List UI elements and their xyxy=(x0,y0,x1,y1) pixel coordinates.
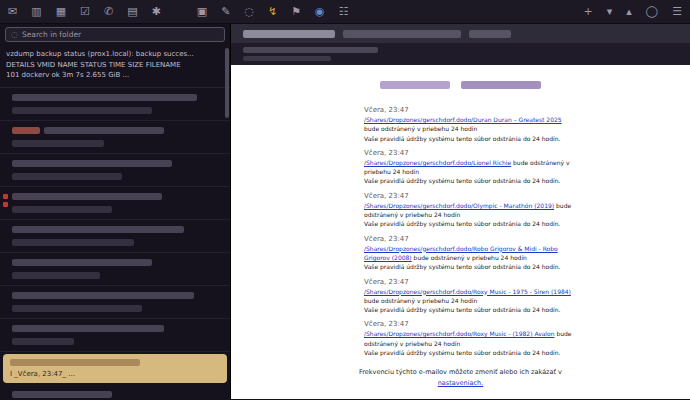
search-icon: ◌ xyxy=(11,31,18,39)
email-footer: Frekvenciu týchto e-mailov môžete zmeniť… xyxy=(231,367,690,389)
chevron-up-icon[interactable]: ▴ xyxy=(626,6,632,17)
file-path-link[interactable]: /Shares/Dropzones/gerschdorf.dodo/Olympi… xyxy=(364,202,554,209)
file-path-link[interactable]: /Shares/Dropzones/gerschdorf.dodo/Roxy M… xyxy=(364,288,571,295)
redacted-text xyxy=(12,338,74,345)
address-book-icon[interactable]: ▥ xyxy=(31,6,41,17)
search-row: ◌ Search in folder xyxy=(0,24,230,45)
toolbar-mid-group: ▣ ✎ ◌ ↯ ⚑ ◉ ☷ xyxy=(197,6,349,17)
notification-note: Vaše pravidlá údržby systému tento súbor… xyxy=(364,219,578,228)
notification-note: Vaše pravidlá údržby systému tento súbor… xyxy=(364,305,578,314)
redacted-text xyxy=(10,359,140,366)
compose-icon[interactable]: ✎ xyxy=(221,6,230,17)
deletion-notification: Včera, 23:47 /Shares/Dropzones/gerschdor… xyxy=(364,320,578,357)
message-preview-line: DETAILS VMID NAME STATUS TIME SIZE FILEN… xyxy=(6,60,224,71)
notification-time: Včera, 23:47 xyxy=(364,320,578,328)
deletion-notification: Včera, 23:47 /Shares/Dropzones/gerschdor… xyxy=(364,235,578,272)
toolbar-left-group: ✉ ▥ ▦ ☑ ✆ ▤ ✱ xyxy=(8,6,161,17)
mail-icon[interactable]: ✉ xyxy=(8,6,17,17)
redacted-text xyxy=(12,160,172,167)
list-item[interactable] xyxy=(0,154,230,187)
redacted-date xyxy=(469,30,511,38)
redacted-text xyxy=(12,305,142,312)
notification-time: Včera, 23:47 xyxy=(364,106,578,114)
search-icon[interactable]: ◌ xyxy=(244,6,254,17)
scrollbar-thumb[interactable] xyxy=(225,48,229,118)
redacted-text xyxy=(12,239,134,246)
chevron-down-icon[interactable]: ▾ xyxy=(607,6,613,17)
redacted-sender-email xyxy=(343,30,461,38)
unread-indicator xyxy=(3,194,8,199)
deletion-notification: Včera, 23:47 /Shares/Dropzones/gerschdor… xyxy=(364,192,578,229)
notification-text: /Shares/Dropzones/gerschdorf.dodo/Lionel… xyxy=(364,158,578,177)
deletion-notification: Včera, 23:47 /Shares/Dropzones/gerschdor… xyxy=(364,149,578,186)
redacted-text xyxy=(12,94,197,101)
pin-icon[interactable]: ⚑ xyxy=(291,6,301,17)
search-placeholder: Search in folder xyxy=(22,30,81,39)
globe-icon[interactable]: ◉ xyxy=(315,6,325,17)
list-item[interactable] xyxy=(0,253,230,286)
lightning-icon[interactable]: ↯ xyxy=(268,6,277,17)
redacted-recipient xyxy=(243,47,378,53)
notification-note: Vaše pravidlá údržby systému tento súbor… xyxy=(364,134,578,143)
unread-indicator xyxy=(3,202,8,207)
redacted-text xyxy=(12,127,40,134)
redacted-text xyxy=(12,173,122,180)
archive-icon[interactable]: ▣ xyxy=(197,6,207,17)
list-item[interactable] xyxy=(0,385,230,400)
notification-text: /Shares/Dropzones/gerschdorf.dodo/Roxy M… xyxy=(364,287,578,306)
message-subject: vzdump backup status (prox1.local): back… xyxy=(6,49,224,60)
file-path-link[interactable]: /Shares/Dropzones/gerschdorf.dodo/Lionel… xyxy=(364,159,511,166)
list-item[interactable] xyxy=(0,220,230,253)
chat-icon[interactable]: ✆ xyxy=(104,6,113,17)
list-item[interactable] xyxy=(0,187,230,220)
notification-time: Včera, 23:47 xyxy=(364,192,578,200)
file-path-link[interactable]: /Shares/Dropzones/gerschdorf.dodo/Duran … xyxy=(364,116,562,123)
redacted-title xyxy=(380,81,450,89)
redacted-sender-name xyxy=(243,30,335,38)
add-icon[interactable]: + xyxy=(584,6,593,17)
redacted-text xyxy=(12,391,112,398)
scrollbar[interactable] xyxy=(225,48,229,396)
toolbar-right-group: + ▾ ▴ ◯ ☰ xyxy=(584,6,682,17)
settings-link[interactable]: nastaveniach. xyxy=(438,379,484,387)
message-body: Včera, 23:47 /Shares/Dropzones/gerschdor… xyxy=(231,65,690,399)
list-item[interactable] xyxy=(0,121,230,154)
redacted-text xyxy=(12,292,194,299)
redacted-text xyxy=(12,193,162,200)
redacted-text xyxy=(12,272,100,279)
list-icon[interactable]: ☷ xyxy=(339,6,349,17)
list-item-backup-status[interactable]: vzdump backup status (prox1.local): back… xyxy=(0,45,230,88)
notification-action: bude odstránený v priebehu 24 hodín xyxy=(364,125,477,132)
record-icon[interactable]: ◯ xyxy=(646,6,658,17)
redacted-text xyxy=(12,325,164,332)
top-toolbar: ✉ ▥ ▦ ☑ ✆ ▤ ✱ ▣ ✎ ◌ ↯ ⚑ ◉ ☷ + ▾ ▴ ◯ ☰ xyxy=(0,0,690,24)
message-list-pane: ◌ Search in folder vzdump backup status … xyxy=(0,24,231,399)
message-title-row xyxy=(231,74,690,93)
message-header-recipient-row xyxy=(231,43,690,65)
list-item[interactable] xyxy=(0,319,230,352)
tasks-icon[interactable]: ☑ xyxy=(80,6,90,17)
notification-text: /Shares/Dropzones/gerschdorf.dodo/Roxy M… xyxy=(364,329,578,348)
list-item[interactable] xyxy=(0,88,230,121)
notification-time: Včera, 23:47 xyxy=(364,235,578,243)
redacted-text xyxy=(12,140,104,147)
deletion-notification: Včera, 23:47 /Shares/Dropzones/gerschdor… xyxy=(364,106,578,143)
redacted-text xyxy=(12,107,152,114)
notification-note: Vaše pravidlá údržby systému tento súbor… xyxy=(364,348,578,357)
list-item-selected[interactable]: I _Včera, 23:47_ ... xyxy=(3,354,227,383)
menu-icon[interactable]: ☰ xyxy=(672,6,682,17)
notification-action: bude odstránený v priebehu 24 hodín xyxy=(364,297,477,304)
notification-text: /Shares/Dropzones/gerschdorf.dodo/Robo G… xyxy=(364,244,578,263)
settings-icon[interactable]: ✱ xyxy=(152,6,161,17)
notification-time: Včera, 23:47 xyxy=(364,278,578,286)
list-item[interactable] xyxy=(0,286,230,319)
deletion-notification: Včera, 23:47 /Shares/Dropzones/gerschdor… xyxy=(364,278,578,315)
folder-icon[interactable]: ▤ xyxy=(127,6,137,17)
redacted-text xyxy=(44,127,164,134)
footer-text: Frekvenciu týchto e-mailov môžete zmeniť… xyxy=(359,368,562,376)
search-input[interactable]: ◌ Search in folder xyxy=(5,27,225,42)
notification-note: Vaše pravidlá údržby systému tento súbor… xyxy=(364,262,578,271)
file-path-link[interactable]: /Shares/Dropzones/gerschdorf.dodo/Roxy M… xyxy=(364,330,555,337)
message-pane: Včera, 23:47 /Shares/Dropzones/gerschdor… xyxy=(231,24,690,399)
calendar-icon[interactable]: ▦ xyxy=(56,6,66,17)
